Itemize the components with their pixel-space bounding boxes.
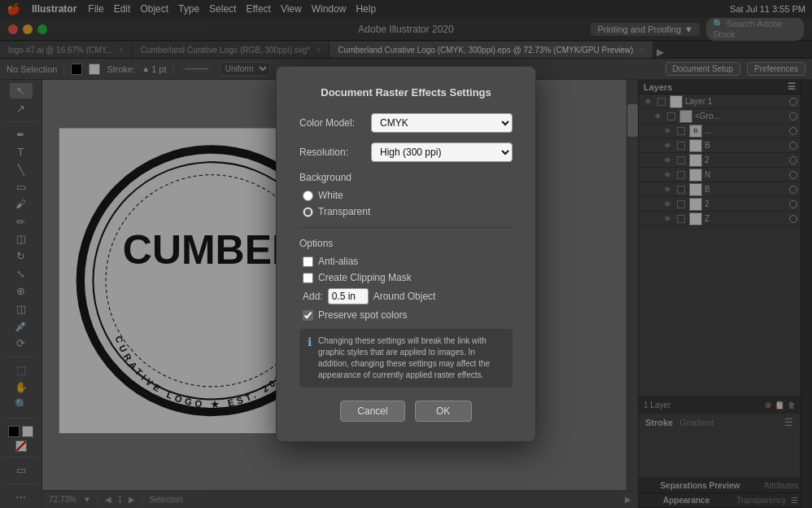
add-label: Add: [303,291,323,302]
radio-white-label: White [318,190,343,201]
modal-document-raster-effects: Document Raster Effects Settings Color M… [276,66,536,442]
modal-buttons: Cancel OK [299,401,513,422]
resolution-select[interactable]: Screen (72 ppi) Medium (150 ppi) High (3… [371,142,513,162]
modal-overlay: Document Raster Effects Settings Color M… [0,0,812,508]
anti-alias-row: Anti-alias [303,256,513,267]
anti-alias-label: Anti-alias [318,256,358,267]
resolution-row: Resolution: Screen (72 ppi) Medium (150 … [299,142,513,162]
color-model-label: Color Model: [299,117,365,129]
radio-transparent-row: Transparent [303,206,513,217]
radio-white[interactable] [303,190,313,201]
preserve-colors-label: Preserve spot colors [318,309,407,321]
resolution-label: Resolution: [299,147,365,158]
modal-title: Document Raster Effects Settings [299,86,513,99]
color-model-select[interactable]: CMYK RGB Grayscale [371,113,513,133]
clipping-mask-row: Create Clipping Mask [303,272,513,283]
clipping-mask-label: Create Clipping Mask [318,272,412,283]
preserve-colors-row: Preserve spot colors [303,309,513,321]
info-box: ℹ Changing these settings will break the… [299,329,513,388]
cancel-button[interactable]: Cancel [340,401,404,422]
anti-alias-checkbox[interactable] [303,256,313,267]
radio-white-row: White [303,190,513,201]
around-object-label: Around Object [373,291,436,302]
radio-transparent-label: Transparent [318,206,370,217]
clipping-mask-checkbox[interactable] [303,273,313,283]
options-section-title: Options [299,238,513,249]
add-value-input[interactable] [328,288,369,304]
modal-divider [299,227,513,228]
info-text: Changing these settings will break the l… [318,335,504,381]
background-section-title: Background [299,172,513,183]
preserve-colors-checkbox[interactable] [303,310,313,321]
add-row: Add: Around Object [303,288,513,304]
info-icon: ℹ [308,335,312,348]
ok-button[interactable]: OK [415,401,472,422]
radio-transparent[interactable] [303,207,313,217]
color-model-row: Color Model: CMYK RGB Grayscale [299,113,513,133]
